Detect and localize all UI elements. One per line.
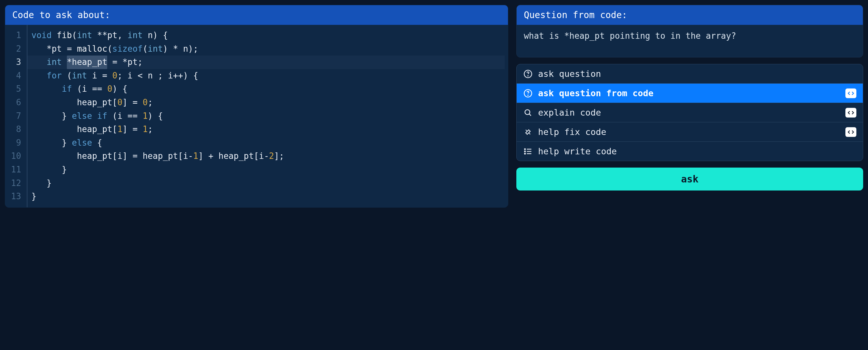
magnify-icon — [523, 108, 533, 118]
line-number: 7 — [11, 109, 21, 123]
code-line[interactable]: void fib(int **pt, int n) { — [27, 29, 505, 42]
question-circle-icon — [523, 69, 533, 79]
code-badge-icon — [845, 108, 857, 118]
question-panel: Question from code: what is *heap_pt poi… — [516, 5, 863, 58]
line-number: 10 — [11, 150, 21, 163]
code-line[interactable]: if (i == 0) { — [27, 82, 505, 96]
option-label: ask question — [538, 69, 857, 79]
option-label: help write code — [538, 146, 857, 156]
line-number: 2 — [11, 42, 21, 56]
option-item-ask-question[interactable]: ask question — [517, 64, 863, 84]
list-icon — [523, 147, 533, 156]
svg-point-1 — [528, 75, 528, 76]
line-gutter: 12345678910111213 — [5, 25, 27, 207]
code-line[interactable]: heap_pt[i] = heap_pt[i-1] + heap_pt[i-2]… — [27, 150, 505, 163]
line-number: 12 — [11, 177, 21, 190]
tools-icon — [523, 127, 533, 137]
svg-point-10 — [524, 151, 525, 152]
code-panel-header: Code to ask about: — [5, 5, 508, 25]
svg-line-5 — [529, 114, 531, 116]
option-item-help-write-code[interactable]: help write code — [517, 142, 863, 161]
code-editor[interactable]: 12345678910111213 void fib(int **pt, int… — [5, 25, 508, 207]
line-number: 6 — [11, 96, 21, 109]
line-number: 13 — [11, 190, 21, 203]
question-text[interactable]: what is *heap_pt pointing to in the arra… — [517, 25, 863, 57]
option-item-explain-code[interactable]: explain code — [517, 103, 863, 122]
option-item-ask-question-from-code[interactable]: ask question from code — [517, 84, 863, 103]
line-number: 1 — [11, 29, 21, 42]
svg-point-9 — [524, 149, 525, 150]
code-content[interactable]: void fib(int **pt, int n) { *pt = malloc… — [27, 25, 508, 207]
line-number: 3 — [11, 56, 21, 69]
code-line[interactable]: } — [27, 190, 505, 203]
options-list: ask questionask question from codeexplai… — [516, 64, 863, 161]
code-line[interactable]: } else { — [27, 136, 505, 150]
question-header: Question from code: — [517, 5, 863, 25]
option-label: explain code — [538, 107, 840, 118]
question-circle-icon — [523, 89, 533, 98]
option-label: help fix code — [538, 127, 840, 137]
line-number: 4 — [11, 69, 21, 83]
option-label: ask question from code — [538, 88, 840, 98]
svg-point-11 — [524, 153, 525, 154]
code-line[interactable]: heap_pt[1] = 1; — [27, 123, 505, 136]
code-line[interactable]: *pt = malloc(sizeof(int) * n); — [27, 42, 505, 56]
code-line[interactable]: } else if (i == 1) { — [27, 109, 505, 123]
code-line[interactable]: heap_pt[0] = 0; — [27, 96, 505, 109]
code-panel: Code to ask about: 12345678910111213 voi… — [5, 5, 508, 208]
line-number: 11 — [11, 163, 21, 177]
line-number: 8 — [11, 123, 21, 136]
option-item-help-fix-code[interactable]: help fix code — [517, 122, 863, 142]
code-line[interactable]: for (int i = 0; i < n ; i++) { — [27, 69, 505, 83]
code-badge-icon — [845, 127, 857, 137]
code-line[interactable]: int *heap_pt = *pt; — [27, 56, 505, 69]
right-column: Question from code: what is *heap_pt poi… — [516, 5, 863, 208]
svg-point-4 — [525, 110, 530, 115]
line-number: 9 — [11, 136, 21, 150]
code-line[interactable]: } — [27, 177, 505, 190]
code-badge-icon — [845, 89, 857, 98]
svg-point-3 — [528, 95, 528, 95]
ask-button[interactable]: ask — [516, 167, 863, 191]
line-number: 5 — [11, 82, 21, 96]
code-line[interactable]: } — [27, 163, 505, 177]
